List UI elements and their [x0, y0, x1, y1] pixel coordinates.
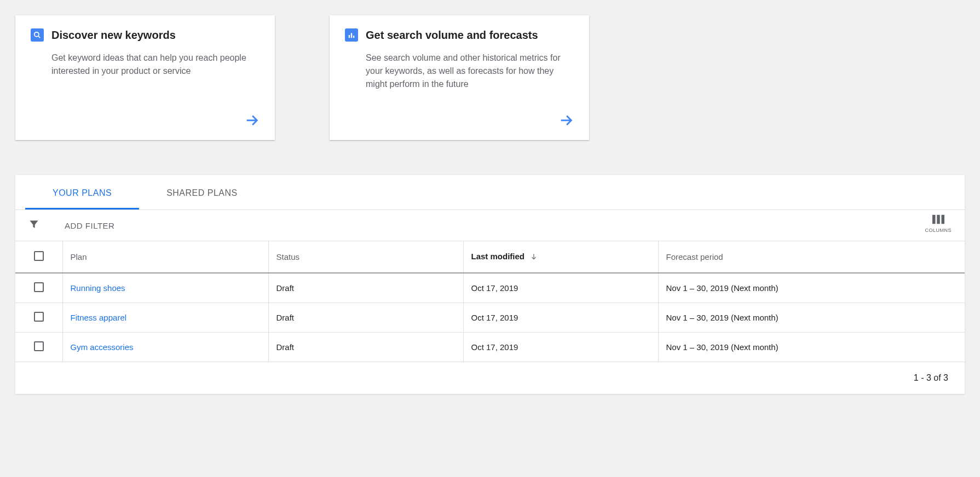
cards-row: Discover new keywords Get keyword ideas …	[0, 0, 980, 140]
status-cell: Draft	[268, 303, 463, 333]
discover-keywords-card[interactable]: Discover new keywords Get keyword ideas …	[15, 15, 275, 140]
header-status[interactable]: Status	[268, 241, 463, 273]
modified-cell: Oct 17, 2019	[463, 273, 658, 303]
header-last-modified[interactable]: Last modified	[463, 241, 658, 273]
header-plan[interactable]: Plan	[62, 241, 268, 273]
forecast-cell: Nov 1 – 30, 2019 (Next month)	[658, 333, 965, 362]
svg-point-0	[34, 32, 39, 37]
plan-link[interactable]: Gym accessories	[71, 342, 134, 352]
table-row: Gym accessories Draft Oct 17, 2019 Nov 1…	[15, 333, 965, 362]
columns-button[interactable]: COLUMNS	[925, 214, 952, 233]
arrow-right-icon	[558, 113, 574, 130]
card-description: See search volume and other historical m…	[366, 51, 574, 91]
status-cell: Draft	[268, 273, 463, 303]
svg-rect-7	[932, 215, 936, 224]
pagination: 1 - 3 of 3	[15, 362, 965, 394]
tab-your-plans[interactable]: YOUR PLANS	[25, 175, 139, 210]
svg-rect-8	[937, 215, 940, 224]
plans-panel: YOUR PLANS SHARED PLANS ADD FILTER COLUM…	[15, 175, 965, 394]
filter-icon	[28, 219, 39, 232]
svg-line-1	[38, 36, 41, 38]
tabs: YOUR PLANS SHARED PLANS	[15, 175, 965, 210]
bar-chart-icon	[345, 28, 358, 42]
status-cell: Draft	[268, 333, 463, 362]
modified-cell: Oct 17, 2019	[463, 333, 658, 362]
card-description: Get keyword ideas that can help you reac…	[51, 51, 260, 78]
search-icon	[31, 28, 44, 42]
plans-table: Plan Status Last modified Forecast perio…	[15, 241, 965, 362]
volume-forecasts-card[interactable]: Get search volume and forecasts See sear…	[330, 15, 589, 140]
filter-row: ADD FILTER COLUMNS	[15, 210, 965, 241]
sort-desc-icon	[530, 253, 538, 262]
row-checkbox[interactable]	[34, 341, 44, 351]
svg-rect-5	[353, 36, 354, 38]
card-title: Discover new keywords	[51, 29, 176, 42]
table-row: Fitness apparel Draft Oct 17, 2019 Nov 1…	[15, 303, 965, 333]
row-checkbox[interactable]	[34, 312, 44, 322]
plan-link[interactable]: Fitness apparel	[71, 313, 127, 322]
plan-link[interactable]: Running shoes	[71, 283, 125, 293]
forecast-cell: Nov 1 – 30, 2019 (Next month)	[658, 303, 965, 333]
header-forecast-period[interactable]: Forecast period	[658, 241, 965, 273]
arrow-right-icon	[244, 113, 260, 130]
svg-rect-3	[349, 35, 350, 38]
svg-rect-9	[941, 215, 944, 224]
card-title: Get search volume and forecasts	[366, 29, 538, 42]
select-all-checkbox[interactable]	[34, 251, 44, 261]
header-checkbox-cell	[15, 241, 62, 273]
svg-rect-4	[351, 33, 352, 38]
tab-shared-plans[interactable]: SHARED PLANS	[139, 175, 265, 210]
row-checkbox[interactable]	[34, 282, 44, 292]
columns-icon	[932, 214, 944, 224]
forecast-cell: Nov 1 – 30, 2019 (Next month)	[658, 273, 965, 303]
modified-cell: Oct 17, 2019	[463, 303, 658, 333]
columns-label: COLUMNS	[925, 228, 952, 233]
add-filter-button[interactable]: ADD FILTER	[65, 221, 114, 230]
table-row: Running shoes Draft Oct 17, 2019 Nov 1 –…	[15, 273, 965, 303]
